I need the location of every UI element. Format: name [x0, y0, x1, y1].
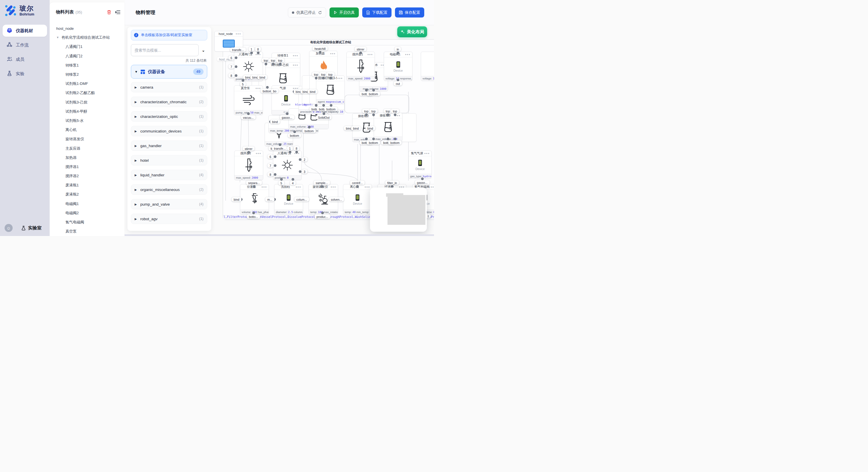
port-dot-icon[interactable]: ›	[286, 112, 288, 115]
port-dot-icon[interactable]: ›	[372, 89, 375, 92]
port-dot-icon[interactable]: ›	[266, 86, 269, 89]
lab-entry[interactable]: 实验室	[21, 225, 42, 231]
tree-item-11[interactable]: 主反应器	[50, 144, 125, 153]
port-dot-icon[interactable]: ›	[250, 52, 253, 54]
port-pill-bind[interactable]: bind	[257, 75, 267, 79]
port-dot-icon[interactable]: ›	[356, 185, 359, 188]
port-dot-icon[interactable]: ›	[253, 185, 255, 188]
port-pill-bind[interactable]: bind	[308, 90, 317, 94]
port-pill-bind[interactable]: bind	[351, 126, 361, 131]
port-pill-8[interactable]: 8	[228, 73, 234, 78]
port-dot-icon[interactable]: ›	[394, 113, 396, 116]
port-dot-icon[interactable]: ›	[291, 178, 294, 181]
port-pill-in[interactable]: in	[395, 47, 401, 51]
tree-item-7[interactable]: 试剂瓶4-甲醇	[50, 107, 125, 116]
port-pill-6[interactable]: 6	[228, 56, 234, 60]
port-dot-icon[interactable]: ›	[265, 63, 267, 65]
node-menu-icon[interactable]: ●●●	[405, 53, 410, 56]
canvas-node-blank-18[interactable]: voltage: 12	[421, 52, 434, 81]
tree-item-13[interactable]: 搅拌器1	[50, 162, 125, 171]
port-pill-3[interactable]: 3	[302, 169, 307, 174]
port-pill-separa...[interactable]: separa...	[246, 181, 262, 185]
sidebar-item-0[interactable]: 仪器耗材	[3, 25, 47, 37]
port-dot-icon[interactable]: ›	[321, 212, 324, 214]
download-config-button[interactable]: 下载配置	[362, 7, 392, 18]
port-dot-icon[interactable]: ›	[319, 51, 321, 54]
port-pill-colum...[interactable]: colum...	[294, 197, 309, 202]
template-item-characterization_chromatic[interactable]: ▶characterization_chromatic(2)	[131, 97, 207, 107]
port-pill-heatchill[interactable]: heatchill	[313, 46, 328, 51]
port-dot-icon[interactable]: ›	[372, 113, 375, 116]
tree-item-9[interactable]: 离心机	[50, 125, 125, 134]
port-pill-8[interactable]: 8	[255, 47, 261, 51]
node-menu-icon[interactable]: ●●●	[330, 52, 336, 55]
port-pill-8[interactable]: 8	[268, 172, 273, 177]
port-dot-icon[interactable]: ›	[421, 177, 424, 180]
port-pill-bottom[interactable]: bottom	[367, 140, 380, 145]
port-dot-icon[interactable]: ›	[299, 158, 301, 161]
port-pill-produc...[interactable]: produc...	[315, 214, 330, 219]
node-menu-icon[interactable]: ●●●	[293, 64, 298, 67]
tree-item-root[interactable]: host_node	[50, 24, 125, 33]
port-pill-bottom[interactable]: bottom	[389, 140, 402, 145]
port-pill-centrif...[interactable]: centrif...	[350, 181, 365, 185]
tree-item-5[interactable]: 试剂瓶2-乙酸乙酯	[50, 88, 125, 98]
port-dot-icon[interactable]: ›	[322, 104, 325, 107]
port-pill-1[interactable]: 1	[287, 146, 293, 150]
port-dot-icon[interactable]: ›	[365, 113, 368, 116]
port-dot-icon[interactable]: ›	[365, 89, 368, 92]
canvas-node-电磁阀1[interactable]: 电磁阀1●●●Devicevoltage: 12 response_time: …	[384, 52, 412, 81]
port-pill-bind[interactable]: bind	[231, 197, 241, 202]
port-dot-icon[interactable]: ›	[235, 57, 237, 59]
template-item-organic_miscellaneous[interactable]: ▶organic_miscellaneous(2)	[131, 184, 207, 195]
canvas-node-离心机[interactable]: 离心机●●●Devicetemp: 40 min_temp: 4 max_spe	[343, 184, 372, 214]
tree-item-6[interactable]: 试剂瓶3-己烷	[50, 98, 125, 107]
node-menu-icon[interactable]: ●●●	[236, 32, 241, 35]
search-input[interactable]	[131, 44, 198, 56]
port-pill-bind[interactable]: bind	[270, 120, 280, 124]
port-pill-2[interactable]: 2	[302, 158, 307, 162]
tree-item-18[interactable]: 电磁阀2	[50, 208, 125, 217]
template-item-gas_handler[interactable]: ▶gas_handler(1)	[131, 140, 207, 151]
sidebar-item-1[interactable]: 工作流	[3, 39, 47, 51]
preview-popup[interactable]	[370, 188, 427, 232]
port-pill-gasso...[interactable]: gasso...	[415, 180, 430, 185]
port-pill-7[interactable]: 7	[228, 65, 234, 69]
port-pill-5[interactable]: 5	[240, 82, 246, 86]
node-menu-icon[interactable]: ●●●	[296, 186, 301, 189]
start-simulation-button[interactable]: 开启仿真	[330, 7, 359, 18]
canvas-node-氢气气源[interactable]: 氢气气源●●●Devicegas_type: hydrogen max_pre	[408, 150, 432, 179]
beautify-layout-button[interactable]: 美化布局	[397, 26, 427, 37]
tree-item-16[interactable]: 废液瓶2	[50, 190, 125, 199]
port-dot-icon[interactable]: ›	[257, 52, 259, 54]
canvas-node-搅拌器1[interactable]: 搅拌器1●●●max_speed: 2000	[346, 52, 375, 81]
port-pill-bottom[interactable]: bottom	[324, 107, 338, 111]
port-dot-icon[interactable]: ›	[330, 104, 332, 107]
port-dot-icon[interactable]: ›	[394, 138, 396, 140]
tree-item-2[interactable]: 转移泵1	[50, 61, 125, 70]
port-pill-bottom[interactable]: bottom	[288, 133, 301, 138]
port-pill-botto...[interactable]: botto...	[247, 214, 260, 219]
port-dot-icon[interactable]: ›	[386, 113, 389, 116]
template-item-liquid_handler[interactable]: ▶liquid_handler(4)	[131, 170, 207, 180]
port-dot-icon[interactable]: ›	[272, 63, 274, 65]
canvas-node-分液器[interactable]: 分液器●●●volume: 250 has_phases: true	[240, 184, 269, 214]
port-dot-icon[interactable]: ›	[322, 77, 324, 79]
node-menu-icon[interactable]: ●●●	[367, 53, 373, 56]
template-item-robot_agv[interactable]: ▶robot_agv(1)	[131, 214, 207, 224]
port-dot-icon[interactable]: ›	[329, 77, 332, 79]
port-dot-icon[interactable]: ›	[252, 212, 255, 214]
port-pill-8[interactable]: 8	[293, 146, 299, 150]
chevron-down-icon[interactable]: ⌄	[202, 48, 205, 53]
port-dot-icon[interactable]: ›	[235, 74, 237, 77]
tree-item-group[interactable]: ▼有机化学流程综合测试工作站	[50, 33, 125, 42]
canvas-node-真空泵[interactable]: 真空泵●●●pump_rate: 50 max_vacuum: 0.1	[234, 86, 263, 115]
user-avatar[interactable]: ☺	[5, 224, 12, 232]
canvas-node-接收瓶3[interactable]: 接收瓶3●●●max_volume: 250	[374, 113, 402, 141]
port-dot-icon[interactable]: ›	[321, 185, 323, 188]
port-dot-icon[interactable]: ›	[365, 138, 368, 140]
port-dot-icon[interactable]: ›	[235, 65, 237, 68]
port-dot-icon[interactable]: ›	[386, 138, 389, 140]
tree-item-3[interactable]: 转移泵2	[50, 70, 125, 79]
port-dot-icon[interactable]: ›	[322, 112, 325, 115]
